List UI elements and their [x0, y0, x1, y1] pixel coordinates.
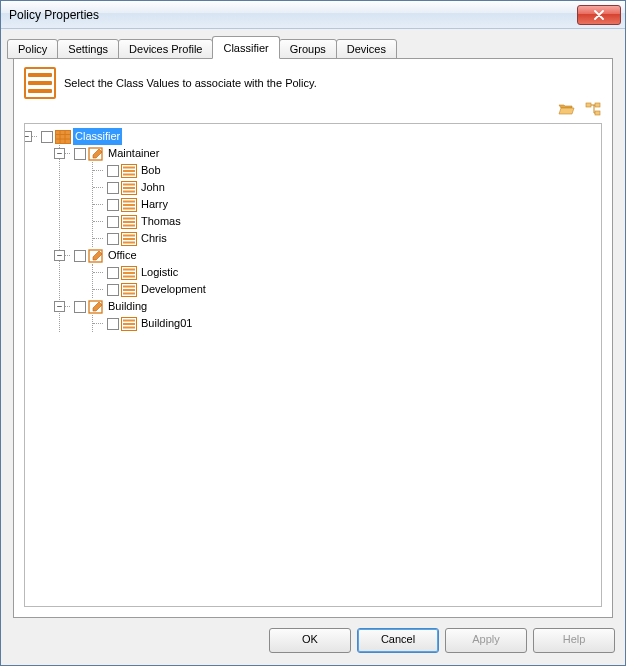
tree-structure-icon — [585, 102, 601, 116]
tab-settings[interactable]: Settings — [57, 39, 119, 59]
svg-rect-0 — [586, 103, 591, 107]
classifier-tree: − Classifier − Maintainer Bob — [27, 128, 599, 332]
tab-content: Select the Class Values to associate wit… — [13, 58, 613, 618]
svg-rect-2 — [595, 111, 600, 115]
tree-node-icon — [121, 317, 137, 331]
tree-checkbox[interactable] — [107, 318, 119, 330]
dialog-footer: OK Cancel Apply Help — [1, 618, 625, 665]
tab-devices-profile[interactable]: Devices Profile — [118, 39, 213, 59]
tree-node-icon — [121, 283, 137, 297]
tree-item-node[interactable]: Building01 — [107, 315, 599, 332]
tab-classifier[interactable]: Classifier — [212, 36, 279, 59]
svg-rect-16 — [123, 190, 135, 192]
close-icon — [593, 10, 605, 20]
tree-node-label[interactable]: Logistic — [139, 264, 180, 281]
ok-button[interactable]: OK — [269, 628, 351, 653]
tree-node-label[interactable]: Bob — [139, 162, 163, 179]
tree-checkbox[interactable] — [107, 216, 119, 228]
open-folder-button[interactable] — [558, 101, 576, 117]
tree-checkbox[interactable] — [107, 267, 119, 279]
tab-policy[interactable]: Policy — [7, 39, 58, 59]
tree-node-icon — [121, 164, 137, 178]
svg-rect-15 — [123, 187, 135, 189]
svg-rect-32 — [123, 272, 135, 274]
tree-checkbox[interactable] — [107, 284, 119, 296]
tabs-container: Policy Settings Devices Profile Classifi… — [1, 29, 625, 618]
tree-node-icon — [121, 215, 137, 229]
tree-group-node[interactable]: − Office — [74, 247, 599, 264]
tree-options-button[interactable] — [584, 101, 602, 117]
svg-rect-14 — [123, 183, 135, 185]
tree-node-label[interactable]: Maintainer — [106, 145, 161, 162]
svg-rect-36 — [123, 289, 135, 291]
tree-node-label[interactable]: Building — [106, 298, 149, 315]
classifier-icon — [24, 67, 56, 99]
svg-rect-37 — [123, 292, 135, 294]
tree-expander[interactable]: − — [54, 148, 65, 159]
tree-node-label[interactable]: Harry — [139, 196, 170, 213]
tree-checkbox[interactable] — [74, 301, 86, 313]
tree-item-node[interactable]: Development — [107, 281, 599, 298]
svg-rect-12 — [123, 173, 135, 175]
tree-checkbox[interactable] — [107, 233, 119, 245]
tree-node-label[interactable]: Thomas — [139, 213, 183, 230]
folder-open-icon — [558, 102, 576, 116]
tree-item-node[interactable]: Chris — [107, 230, 599, 247]
tree-checkbox[interactable] — [74, 250, 86, 262]
tab-devices[interactable]: Devices — [336, 39, 397, 59]
tree-node-icon — [121, 198, 137, 212]
svg-rect-40 — [123, 319, 135, 321]
tree-checkbox[interactable] — [107, 199, 119, 211]
tab-groups[interactable]: Groups — [279, 39, 337, 59]
tree-checkbox[interactable] — [107, 182, 119, 194]
tree-node-label[interactable]: John — [139, 179, 167, 196]
classifier-tree-panel[interactable]: − Classifier − Maintainer Bob — [24, 123, 602, 607]
svg-rect-10 — [123, 166, 135, 168]
svg-rect-42 — [123, 326, 135, 328]
svg-rect-19 — [123, 204, 135, 206]
tree-node-label[interactable]: Office — [106, 247, 139, 264]
dialog-window: Policy Properties Policy Settings Device… — [0, 0, 626, 666]
tree-expander[interactable]: − — [54, 250, 65, 261]
tree-expander[interactable]: − — [24, 131, 32, 142]
svg-rect-33 — [123, 275, 135, 277]
tree-node-label[interactable]: Building01 — [139, 315, 194, 332]
tree-item-node[interactable]: Harry — [107, 196, 599, 213]
svg-rect-27 — [123, 238, 135, 240]
apply-button[interactable]: Apply — [445, 628, 527, 653]
tree-root-node[interactable]: − Classifier — [41, 128, 599, 145]
tree-checkbox[interactable] — [41, 131, 53, 143]
svg-rect-24 — [123, 224, 135, 226]
tree-item-node[interactable]: Logistic — [107, 264, 599, 281]
svg-rect-41 — [123, 323, 135, 325]
tree-expander[interactable]: − — [54, 301, 65, 312]
tree-node-icon — [88, 147, 104, 161]
help-button[interactable]: Help — [533, 628, 615, 653]
svg-rect-23 — [123, 221, 135, 223]
svg-rect-35 — [123, 285, 135, 287]
svg-rect-26 — [123, 234, 135, 236]
tree-node-icon — [88, 249, 104, 263]
cancel-button[interactable]: Cancel — [357, 628, 439, 653]
panel-toolbar — [558, 101, 612, 121]
tree-checkbox[interactable] — [74, 148, 86, 160]
tree-item-node[interactable]: Thomas — [107, 213, 599, 230]
tree-checkbox[interactable] — [107, 165, 119, 177]
tab-strip: Policy Settings Devices Profile Classifi… — [7, 36, 619, 59]
tree-item-node[interactable]: John — [107, 179, 599, 196]
svg-rect-28 — [123, 241, 135, 243]
svg-rect-1 — [595, 103, 600, 107]
close-button[interactable] — [577, 5, 621, 25]
panel-header: Select the Class Values to associate wit… — [14, 59, 612, 101]
tree-group-node[interactable]: − Maintainer — [74, 145, 599, 162]
svg-rect-20 — [123, 207, 135, 209]
svg-rect-11 — [123, 170, 135, 172]
tree-node-label[interactable]: Classifier — [73, 128, 122, 145]
tree-item-node[interactable]: Bob — [107, 162, 599, 179]
tree-node-icon — [88, 300, 104, 314]
tree-group-node[interactable]: − Building — [74, 298, 599, 315]
tree-node-icon — [121, 232, 137, 246]
tree-node-icon — [55, 130, 71, 144]
tree-node-label[interactable]: Chris — [139, 230, 169, 247]
tree-node-label[interactable]: Development — [139, 281, 208, 298]
